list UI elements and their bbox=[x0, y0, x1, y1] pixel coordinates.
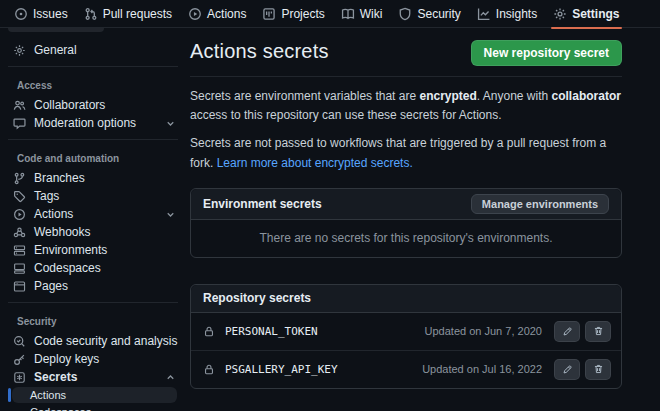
sidebar-section-code-automation: Code and automation bbox=[0, 146, 186, 169]
sidebar-item-label: Collaborators bbox=[34, 98, 105, 112]
sidebar-section-access: Access bbox=[0, 73, 186, 96]
sidebar-item-label: Tags bbox=[34, 189, 59, 203]
tab-wiki-label: Wiki bbox=[360, 7, 383, 21]
sidebar-item-label: Code security and analysis bbox=[34, 334, 177, 348]
sidebar-item-tags[interactable]: Tags bbox=[0, 187, 186, 205]
sidebar-item-environments[interactable]: Environments bbox=[0, 241, 186, 259]
sidebar-divider bbox=[8, 139, 178, 140]
secret-row: PERSONAL_TOKEN Updated on Jun 7, 2020 bbox=[191, 313, 621, 350]
codescan-icon bbox=[13, 335, 26, 348]
page-title: Actions secrets bbox=[190, 40, 329, 63]
book-icon bbox=[341, 7, 355, 21]
description-text: access to this repository can use these … bbox=[190, 108, 501, 122]
sidebar-divider bbox=[8, 66, 178, 67]
description-text: . Anyone with bbox=[477, 89, 552, 103]
tab-issues[interactable]: Issues bbox=[6, 0, 76, 28]
shield-icon bbox=[398, 7, 412, 21]
sidebar-item-collaborators[interactable]: Collaborators bbox=[0, 96, 186, 114]
gear-icon bbox=[13, 44, 26, 57]
sidebar-item-general[interactable]: General bbox=[0, 41, 186, 59]
tab-projects-label: Projects bbox=[281, 7, 324, 21]
tab-settings[interactable]: Settings bbox=[545, 0, 627, 28]
sidebar-subitem-secrets-codespaces[interactable]: Codespaces bbox=[12, 404, 177, 411]
description-paragraph-2: Secrets are not passed to workflows that… bbox=[190, 134, 622, 172]
secrets-asterisk-icon bbox=[13, 371, 26, 384]
sidebar-item-moderation-options[interactable]: Moderation options bbox=[0, 114, 186, 132]
tab-settings-label: Settings bbox=[572, 7, 619, 21]
tab-actions[interactable]: Actions bbox=[180, 0, 254, 28]
secret-row: PSGALLERY_API_KEY Updated on Jul 16, 202… bbox=[191, 350, 621, 388]
secret-name: PSGALLERY_API_KEY bbox=[225, 363, 338, 376]
environment-secrets-empty-message: There are no secrets for this repository… bbox=[191, 220, 621, 257]
delete-secret-button[interactable] bbox=[585, 321, 611, 342]
browser-icon bbox=[13, 280, 26, 293]
chevron-up-icon bbox=[165, 372, 176, 383]
tab-pull-requests[interactable]: Pull requests bbox=[76, 0, 180, 28]
repo-settings-page: Issues Pull requests Actions Projects Wi… bbox=[0, 0, 660, 411]
tab-insights-label: Insights bbox=[496, 7, 537, 21]
sidebar-item-codespaces[interactable]: Codespaces bbox=[0, 259, 186, 277]
settings-layout: General Access Collaborators Moderation … bbox=[0, 28, 660, 411]
environment-secrets-box: Environment secrets Manage environments … bbox=[190, 188, 622, 258]
tab-security[interactable]: Security bbox=[390, 0, 468, 28]
sidebar-section-security: Security bbox=[0, 309, 186, 332]
repository-secrets-title: Repository secrets bbox=[203, 291, 311, 305]
git-branch-icon bbox=[13, 172, 26, 185]
comment-discussion-icon bbox=[13, 117, 26, 130]
sidebar-item-deploy-keys[interactable]: Deploy keys bbox=[0, 350, 186, 368]
sidebar-item-label: Moderation options bbox=[34, 116, 136, 130]
secret-row-actions: Updated on Jun 7, 2020 bbox=[425, 321, 611, 342]
sidebar-item-label: Actions bbox=[34, 207, 73, 221]
server-icon bbox=[13, 244, 26, 257]
repo-tab-nav: Issues Pull requests Actions Projects Wi… bbox=[0, 0, 660, 28]
environment-secrets-title: Environment secrets bbox=[203, 197, 322, 211]
lock-icon bbox=[203, 363, 215, 376]
play-icon bbox=[13, 208, 26, 221]
secrets-description: Secrets are environment variables that a… bbox=[190, 87, 622, 173]
people-icon bbox=[13, 99, 26, 112]
sidebar-item-pages[interactable]: Pages bbox=[0, 277, 186, 295]
sidebar-item-label: Codespaces bbox=[34, 261, 101, 275]
sidebar-item-label: General bbox=[34, 43, 77, 57]
sidebar-subitem-secrets-actions[interactable]: Actions bbox=[12, 387, 177, 403]
environment-secrets-header: Environment secrets Manage environments bbox=[191, 189, 621, 220]
play-icon bbox=[188, 7, 202, 21]
sidebar-item-code-security[interactable]: Code security and analysis bbox=[0, 332, 186, 350]
codespaces-icon bbox=[13, 262, 26, 275]
tab-wiki[interactable]: Wiki bbox=[333, 0, 391, 28]
tab-pull-requests-label: Pull requests bbox=[103, 7, 172, 21]
repository-secrets-box: Repository secrets PERSONAL_TOKEN Update… bbox=[190, 284, 622, 389]
tag-icon bbox=[13, 190, 26, 203]
edit-secret-button[interactable] bbox=[554, 321, 580, 342]
sidebar-item-actions[interactable]: Actions bbox=[0, 205, 186, 223]
settings-sidebar: General Access Collaborators Moderation … bbox=[0, 28, 186, 411]
page-header: Actions secrets New repository secret bbox=[190, 40, 622, 77]
sidebar-item-webhooks[interactable]: Webhooks bbox=[0, 223, 186, 241]
tab-projects[interactable]: Projects bbox=[254, 0, 332, 28]
encrypted-emphasis: encrypted bbox=[419, 89, 476, 103]
scrolled-item-fragment bbox=[8, 28, 104, 32]
git-pull-request-icon bbox=[84, 7, 98, 21]
issue-opened-icon bbox=[14, 7, 28, 21]
secret-row-actions: Updated on Jul 16, 2022 bbox=[422, 359, 611, 380]
repository-secrets-header: Repository secrets bbox=[191, 285, 621, 313]
secret-updated-date: Updated on Jun 7, 2020 bbox=[425, 325, 542, 337]
sidebar-item-label: Branches bbox=[34, 171, 85, 185]
sidebar-item-label: Secrets bbox=[34, 370, 77, 384]
tab-issues-label: Issues bbox=[33, 7, 68, 21]
secret-name: PERSONAL_TOKEN bbox=[225, 325, 318, 338]
chevron-down-icon bbox=[165, 209, 176, 220]
sidebar-item-branches[interactable]: Branches bbox=[0, 169, 186, 187]
new-repository-secret-button[interactable]: New repository secret bbox=[471, 40, 622, 66]
collaborator-emphasis: collaborator bbox=[552, 89, 621, 103]
tab-insights[interactable]: Insights bbox=[469, 0, 545, 28]
webhook-icon bbox=[13, 226, 26, 239]
delete-secret-button[interactable] bbox=[585, 359, 611, 380]
learn-more-link[interactable]: Learn more about encrypted secrets. bbox=[217, 156, 413, 170]
manage-environments-button[interactable]: Manage environments bbox=[471, 194, 609, 214]
secret-updated-date: Updated on Jul 16, 2022 bbox=[422, 363, 542, 375]
description-paragraph-1: Secrets are environment variables that a… bbox=[190, 87, 622, 125]
edit-secret-button[interactable] bbox=[554, 359, 580, 380]
sidebar-item-secrets[interactable]: Secrets bbox=[0, 368, 186, 386]
description-text: Secrets are environment variables that a… bbox=[190, 89, 419, 103]
